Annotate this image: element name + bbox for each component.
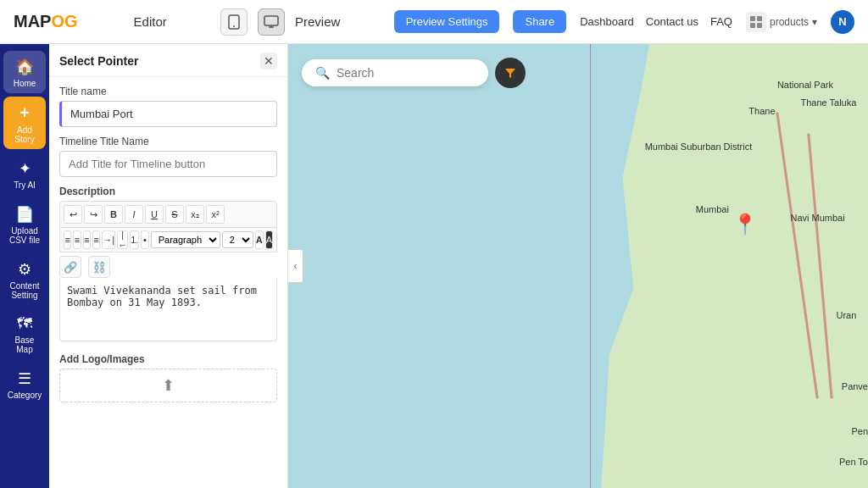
sidebar-item-try-ai-label: Try AI [14,180,36,190]
products-chevron-icon: ▾ [812,16,817,28]
svg-rect-3 [750,16,755,21]
map-land-layer [601,44,868,488]
rte-bold-btn[interactable]: B [104,205,123,224]
rte-font-color-btn[interactable]: A [255,230,264,249]
preview-label: Preview [295,14,340,29]
products-label: products [770,16,809,28]
base-map-icon: 🗺 [17,315,32,333]
upload-csv-icon: 📄 [15,205,34,224]
map-marker[interactable]: 📍 [732,213,758,236]
rte-toolbar-row2: ≡ ≡ ≡ ≡ →| |← 1. • Paragraph H1 H2 2 [59,228,277,252]
products-button[interactable]: products ▾ [746,12,817,32]
rte-list-ul-btn[interactable]: • [141,230,148,249]
timeline-title-input[interactable] [59,151,277,177]
timeline-title-field: Timeline Title Name [59,136,277,177]
rte-align-left-btn[interactable]: ≡ [64,230,71,249]
rte-outdent-btn[interactable]: |← [117,230,128,249]
sidebar-item-base-map[interactable]: 🗺 Base Map [3,308,46,359]
sidebar-item-content-setting[interactable]: ⚙ Content Setting [3,253,46,305]
sidebar-item-category-label: Category [8,391,42,400]
map-collapse-button[interactable]: ‹ [288,249,303,283]
title-name-label: Title name [59,86,277,97]
rte-superscript-btn[interactable]: x² [206,205,225,224]
home-icon: 🏠 [15,58,34,76]
user-avatar[interactable]: N [831,10,854,34]
filter-button[interactable] [495,58,526,88]
rte-paragraph-select[interactable]: Paragraph H1 H2 [151,231,220,248]
sidebar-item-category[interactable]: ☰ Category [3,363,46,405]
editor-label: Editor [134,14,167,29]
rte-indent-btn[interactable]: →| [102,230,115,249]
dashboard-link[interactable]: Dashboard [580,15,634,28]
rte-undo-btn[interactable]: ↩ [64,205,82,224]
logo-map: MAP [14,12,51,31]
top-nav: MAPOG Editor Preview Preview Settings Sh… [0,0,868,44]
sidebar-item-home-label: Home [14,79,36,88]
contact-link[interactable]: Contact us [646,15,698,28]
rte-justify-btn[interactable]: ≡ [92,230,100,249]
mobile-device-btn[interactable] [220,8,248,36]
content-setting-icon: ⚙ [18,260,31,279]
search-input[interactable] [337,66,475,80]
map-divider-line [590,44,591,488]
sidebar-item-base-map-label: Base Map [7,336,42,354]
rte-highlight-btn[interactable]: A [265,230,273,249]
map-area[interactable]: National Park Thane Mumbai Suburban Dist… [288,44,868,488]
panel: Select Pointer ✕ Title name Timeline Tit… [49,44,288,488]
panel-body: Title name Timeline Title Name Descripti… [49,77,287,411]
category-icon: ☰ [18,369,31,388]
nav-links: Dashboard Contact us FAQ [580,15,732,28]
sidebar-item-content-setting-label: Content Setting [7,281,42,300]
add-logo-section: Add Logo/Images ⬆ [59,353,277,402]
try-ai-icon: ✦ [19,159,31,178]
rte-list-ol-btn[interactable]: 1. [130,230,139,249]
rte-size-select[interactable]: 2 1 3 [222,231,253,248]
rte-content-textarea[interactable]: Swami Vivekananda set sail from Bombay o… [59,278,277,341]
rte-link-btn[interactable]: 🔗 [59,256,81,278]
sidebar-item-add-story-label: Add Story [7,125,42,144]
faq-link[interactable]: FAQ [710,15,732,28]
svg-rect-2 [264,16,278,25]
rte-link-btns: 🔗 ⛓️ [59,256,277,278]
sidebar-item-add-story[interactable]: + Add Story [3,97,46,149]
desktop-device-btn[interactable] [258,8,285,36]
add-story-icon: + [19,103,30,123]
sidebar-item-try-ai[interactable]: ✦ Try AI [3,152,46,195]
rte-toolbar-row1: ↩ ↪ B I U S x₂ x² [59,201,277,228]
preview-settings-button[interactable]: Preview Settings [394,10,500,33]
search-icon: 🔍 [315,66,330,80]
panel-header: Select Pointer ✕ [49,44,287,77]
nav-right: Preview Settings Share Dashboard Contact… [394,10,854,34]
svg-rect-5 [750,23,755,28]
search-box: 🔍 [302,59,488,86]
description-field: Description ↩ ↪ B I U S x₂ x² ≡ ≡ ≡ [59,186,277,345]
sidebar-item-upload-csv-label: Upload CSV file [7,226,42,245]
rte-italic-btn[interactable]: I [125,205,143,224]
main-area: 🏠 Home + Add Story ✦ Try AI 📄 Upload CSV… [0,44,868,488]
add-logo-upload-area[interactable]: ⬆ [59,369,277,402]
logo: MAPOG [14,12,78,31]
description-label: Description [59,186,277,197]
title-name-field: Title name [59,86,277,127]
rte-redo-btn[interactable]: ↪ [84,205,103,224]
map-search-bar: 🔍 [302,58,526,88]
share-button[interactable]: Share [513,10,566,33]
svg-rect-4 [757,16,762,21]
rte-align-center-btn[interactable]: ≡ [73,230,81,249]
rte-unlink-btn[interactable]: ⛓️ [88,256,110,278]
timeline-title-label: Timeline Title Name [59,136,277,147]
svg-rect-6 [757,23,762,28]
rte-underline-btn[interactable]: U [145,205,164,224]
sidebar-item-upload-csv[interactable]: 📄 Upload CSV file [3,198,46,250]
rte-strikethrough-btn[interactable]: S [165,205,184,224]
panel-close-button[interactable]: ✕ [260,53,277,69]
logo-og: OG [51,12,77,31]
svg-point-1 [233,25,235,27]
sidebar-item-home[interactable]: 🏠 Home [3,51,46,93]
rte-align-right-btn[interactable]: ≡ [83,230,91,249]
nav-center: Preview [181,8,381,36]
title-name-input[interactable] [59,101,277,127]
upload-icon: ⬆ [162,376,175,395]
sidebar-icons: 🏠 Home + Add Story ✦ Try AI 📄 Upload CSV… [0,44,49,488]
rte-subscript-btn[interactable]: x₂ [186,205,204,224]
